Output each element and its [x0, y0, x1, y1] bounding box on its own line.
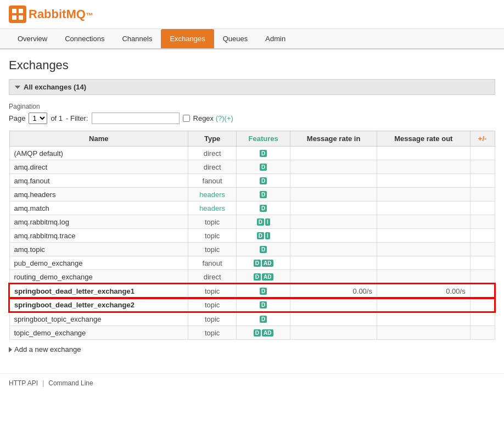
col-header-rate-out: Message rate out: [377, 131, 470, 147]
cell-features: D: [237, 298, 290, 312]
cell-name: pub_demo_exchange: [9, 256, 188, 270]
feature-badge: D: [260, 301, 267, 308]
feature-badge: D: [254, 273, 261, 280]
cell-rate-in: [290, 298, 377, 312]
cell-plusminus: [470, 298, 495, 312]
page-select[interactable]: 1: [29, 113, 47, 124]
cell-features: D: [237, 284, 290, 298]
cell-type: direct: [188, 270, 237, 284]
all-exchanges-section[interactable]: All exchanges (14): [9, 79, 495, 95]
table-row[interactable]: springboot_topic_exchangetopicD: [9, 312, 495, 326]
feature-badge: D: [257, 232, 264, 239]
table-row[interactable]: amq.directdirectD: [9, 160, 495, 174]
svg-rect-3: [19, 15, 23, 20]
feature-badge: D: [257, 218, 264, 226]
regex-label: Regex (?)(+): [193, 114, 233, 122]
nav-connections[interactable]: Connections: [56, 29, 113, 48]
command-line-link[interactable]: Command Line: [48, 379, 93, 387]
add-exchange-section[interactable]: Add a new exchange: [9, 345, 495, 354]
cell-name: amq.fanout: [9, 174, 188, 188]
cell-plusminus: [470, 201, 495, 215]
cell-plusminus: [470, 270, 495, 284]
filter-input[interactable]: [92, 113, 180, 124]
expand-icon: [9, 347, 12, 352]
feature-badge: I: [265, 232, 270, 239]
table-row[interactable]: amq.matchheadersD: [9, 201, 495, 215]
feature-badge: D: [254, 329, 261, 336]
feature-badge: D: [260, 288, 267, 295]
cell-type: topic: [188, 229, 237, 243]
cell-plusminus: [470, 326, 495, 340]
cell-features: D: [237, 312, 290, 326]
cell-name: amq.match: [9, 201, 188, 215]
cell-name: (AMQP default): [9, 147, 188, 160]
feature-badge: I: [265, 218, 270, 226]
header: RabbitMQ™: [0, 0, 504, 29]
cell-features: D: [237, 174, 290, 188]
regex-checkbox[interactable]: [183, 115, 190, 122]
pagination-label: Pagination: [9, 103, 495, 110]
table-row[interactable]: springboot_dead_letter_exchange1topicD0.…: [9, 284, 495, 298]
cell-plusminus: [470, 147, 495, 160]
feature-badge: D: [260, 164, 267, 171]
cell-type: topic: [188, 243, 237, 256]
table-row[interactable]: routing_demo_exchangedirectDAD: [9, 270, 495, 284]
cell-rate-out: [377, 312, 470, 326]
cell-rate-in: [290, 215, 377, 229]
table-row[interactable]: amq.headersheadersD: [9, 188, 495, 201]
table-row[interactable]: amq.rabbitmq.tracetopicDI: [9, 229, 495, 243]
page-label: Page: [9, 114, 25, 122]
table-row[interactable]: amq.rabbitmq.logtopicDI: [9, 215, 495, 229]
section-label: All exchanges (14): [24, 83, 86, 91]
cell-features: D: [237, 243, 290, 256]
cell-features: DAD: [237, 270, 290, 284]
http-api-link[interactable]: HTTP API: [9, 379, 38, 387]
table-row[interactable]: pub_demo_exchangefanoutDAD: [9, 256, 495, 270]
cell-name: springboot_topic_exchange: [9, 312, 188, 326]
cell-plusminus: [470, 215, 495, 229]
cell-name: topic_demo_exchange: [9, 326, 188, 340]
feature-badge: D: [260, 177, 267, 184]
cell-features: DI: [237, 215, 290, 229]
feature-badge: D: [260, 150, 267, 157]
nav-bar: Overview Connections Channels Exchanges …: [0, 29, 504, 49]
table-row[interactable]: springboot_dead_letter_exchange2topicD: [9, 298, 495, 312]
cell-plusminus: [470, 284, 495, 298]
cell-type: topic: [188, 326, 237, 340]
cell-rate-in: [290, 243, 377, 256]
nav-queues[interactable]: Queues: [214, 29, 257, 48]
cell-rate-out: 0.00/s: [377, 284, 470, 298]
cell-rate-in: [290, 326, 377, 340]
cell-plusminus: [470, 229, 495, 243]
nav-channels[interactable]: Channels: [113, 29, 161, 48]
pagination-row: Page 1 of 1 - Filter: Regex (?)(+): [9, 113, 495, 124]
cell-type: direct: [188, 160, 237, 174]
cell-rate-in: [290, 147, 377, 160]
feature-badge: AD: [262, 329, 273, 336]
svg-rect-2: [12, 15, 16, 20]
exchanges-table: Name Type Features Message rate in Messa…: [9, 131, 495, 340]
cell-name: amq.topic: [9, 243, 188, 256]
cell-rate-out: [377, 188, 470, 201]
cell-rate-in: [290, 270, 377, 284]
feature-badge: D: [254, 260, 261, 267]
page-of: of 1: [51, 114, 63, 122]
nav-overview[interactable]: Overview: [9, 29, 56, 48]
cell-type: headers: [188, 188, 237, 201]
cell-rate-in: [290, 174, 377, 188]
table-row[interactable]: amq.fanoutfanoutD: [9, 174, 495, 188]
cell-type: topic: [188, 312, 237, 326]
table-row[interactable]: amq.topictopicD: [9, 243, 495, 256]
nav-admin[interactable]: Admin: [256, 29, 294, 48]
nav-exchanges[interactable]: Exchanges: [161, 29, 214, 48]
cell-features: DAD: [237, 326, 290, 340]
cell-rate-out: [377, 215, 470, 229]
cell-name: springboot_dead_letter_exchange2: [9, 298, 188, 312]
cell-rate-out: [377, 326, 470, 340]
cell-rate-in: [290, 160, 377, 174]
table-row[interactable]: (AMQP default)directD: [9, 147, 495, 160]
cell-rate-out: [377, 201, 470, 215]
cell-name: amq.rabbitmq.log: [9, 215, 188, 229]
cell-plusminus: [470, 256, 495, 270]
table-row[interactable]: topic_demo_exchangetopicDAD: [9, 326, 495, 340]
